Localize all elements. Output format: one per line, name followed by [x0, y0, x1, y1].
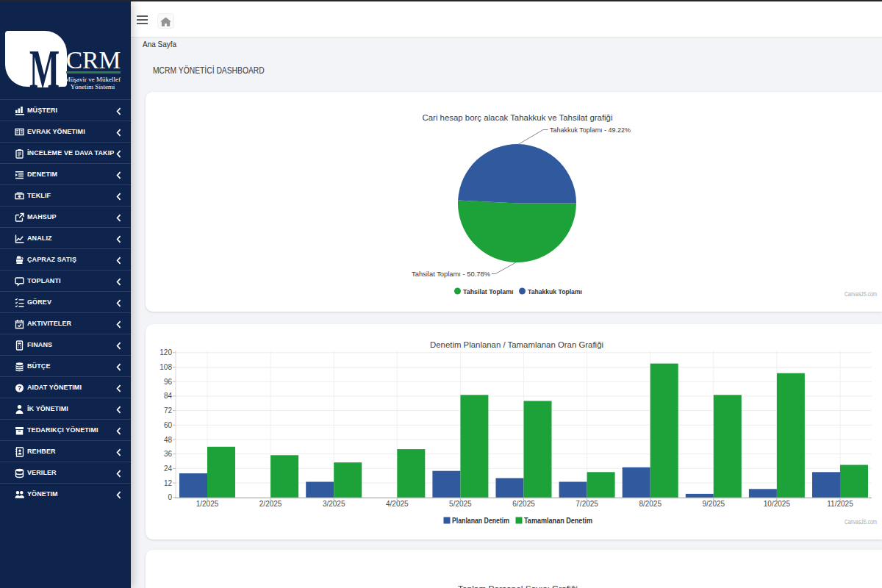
svg-text:1/2025: 1/2025 [196, 500, 219, 508]
svg-text:Cari hesap borç alacak Tahakku: Cari hesap borç alacak Tahakkuk ve Tahsi… [423, 113, 613, 122]
svg-text:72: 72 [164, 406, 173, 415]
svg-text:120: 120 [159, 348, 172, 356]
svg-text:4/2025: 4/2025 [386, 500, 409, 508]
svg-text:?: ? [18, 384, 21, 392]
svg-text:24: 24 [164, 465, 173, 473]
svg-text:2/2025: 2/2025 [259, 500, 282, 508]
svg-text:Tahsilat Toplamı - 50.78%: Tahsilat Toplamı - 50.78% [412, 270, 491, 278]
svg-text:5/2025: 5/2025 [449, 500, 472, 508]
svg-text:Toplam Personel Sayısı Grafiği: Toplam Personel Sayısı Grafiği [458, 584, 578, 588]
svg-text:9/2025: 9/2025 [703, 500, 725, 508]
svg-text:Denetim Planlanan / Tamamlanan: Denetim Planlanan / Tamamlanan Oran Graf… [430, 340, 603, 349]
svg-text:Tahsilat Toplamı: Tahsilat Toplamı [463, 287, 514, 295]
svg-text:11/2025: 11/2025 [827, 500, 853, 508]
svg-text:12: 12 [164, 479, 173, 487]
svg-text:3/2025: 3/2025 [323, 500, 345, 508]
svg-text:84: 84 [164, 392, 173, 400]
svg-text:CanvasJS.com: CanvasJS.com [845, 290, 877, 298]
svg-text:6/2025: 6/2025 [512, 500, 535, 508]
svg-text:Tahakkuk Toplamı: Tahakkuk Toplamı [528, 287, 582, 295]
svg-text:96: 96 [164, 378, 173, 386]
svg-text:36: 36 [164, 450, 173, 458]
svg-text:7/2025: 7/2025 [576, 500, 598, 508]
svg-text:108: 108 [159, 363, 172, 371]
svg-text:CanvasJS.com: CanvasJS.com [845, 518, 877, 526]
svg-text:10/2025: 10/2025 [764, 500, 791, 508]
svg-text:Planlanan Denetim: Planlanan Denetim [452, 517, 509, 525]
svg-text:8/2025: 8/2025 [639, 500, 662, 508]
svg-text:48: 48 [164, 436, 173, 444]
svg-text:Tahakkuk Toplamı - 49.22%: Tahakkuk Toplamı - 49.22% [550, 126, 631, 134]
svg-text:Tamamlanan Denetim: Tamamlanan Denetim [524, 517, 592, 525]
svg-text:0: 0 [168, 493, 172, 501]
svg-text:60: 60 [164, 421, 173, 429]
